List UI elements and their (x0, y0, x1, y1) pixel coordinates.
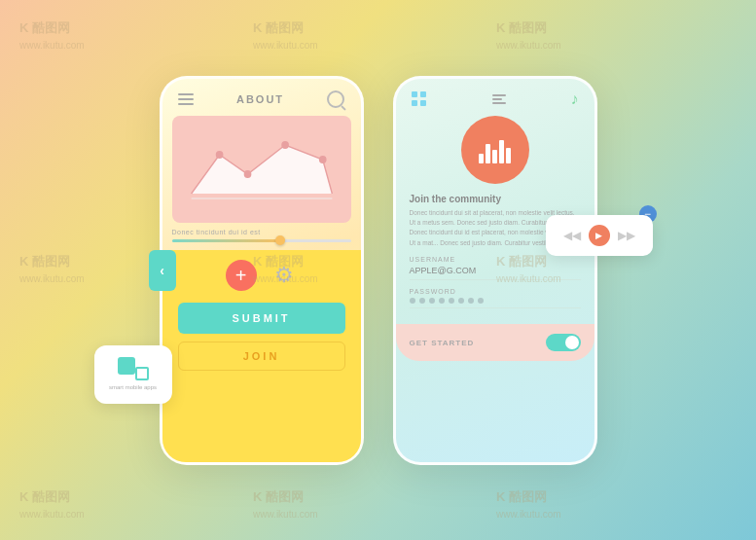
slider-track[interactable] (172, 239, 351, 242)
submit-button[interactable]: SUBMIT (178, 303, 345, 334)
next-icon[interactable]: ▶▶ (618, 229, 635, 242)
form-section: USERNAME APPLE@G.COM PASSWORD (396, 256, 594, 324)
password-label: PASSWORD (410, 288, 581, 295)
watermark-8: K 酷图网www.ikutu.com (253, 488, 318, 521)
watermark-4: K 酷图网www.ikutu.com (19, 253, 85, 285)
chevron-left-icon[interactable]: ‹ (149, 250, 176, 291)
right-phone-topbar: ♪ (396, 79, 594, 116)
phone-bottom: + ⚙ SUBMIT JOIN (162, 250, 361, 462)
chart-area (182, 126, 342, 203)
scene: ‹ ABOUT (160, 76, 597, 465)
watermark-9: K 酷图网www.ikutu.com (496, 488, 561, 521)
svg-point-4 (318, 156, 326, 163)
chart-card (172, 116, 351, 223)
watermark-3: K 酷图网www.ikutu.com (496, 19, 561, 52)
get-started-area: GET STARTED (396, 324, 594, 361)
hamburger-icon[interactable] (178, 93, 194, 105)
username-label: USERNAME (410, 256, 581, 263)
get-started-label: GET STARTED (410, 339, 475, 347)
slider-area: Donec tincidunt dui id est (162, 223, 361, 242)
icon-row: + ⚙ (226, 260, 298, 291)
chart-svg (182, 126, 342, 203)
play-button[interactable]: ▶ (589, 225, 610, 246)
logo-text: smart mobile apps (109, 384, 157, 392)
gear-icon[interactable]: ⚙ (270, 262, 298, 289)
plus-button[interactable]: + (226, 260, 257, 291)
join-button[interactable]: JOIN (178, 342, 345, 371)
svg-marker-0 (191, 145, 332, 194)
orange-circle (461, 116, 529, 184)
logo-teal-square (118, 357, 135, 375)
slider-fill (172, 239, 279, 242)
prev-icon[interactable]: ◀◀ (563, 229, 581, 242)
slider-label: Donec tincidunt dui id est (172, 229, 351, 235)
music-note-icon: ♪ (571, 90, 579, 108)
logo-white-square (135, 367, 149, 380)
watermark-2: K 酷图网www.ikutu.com (253, 19, 318, 52)
phone-left: ‹ ABOUT (160, 76, 364, 465)
phone-right: − ◀◀ ▶ ▶▶ ♪ (393, 76, 597, 465)
logo-card: smart mobile apps (94, 345, 172, 404)
music-controls: ◀◀ ▶ ▶▶ (558, 225, 641, 246)
svg-point-3 (281, 141, 289, 149)
svg-point-2 (243, 170, 251, 178)
search-icon[interactable] (327, 90, 344, 108)
watermark-1: K 酷图网www.ikutu.com (19, 19, 85, 52)
left-phone-topbar: ABOUT (162, 79, 361, 116)
logo-icon (118, 357, 149, 380)
toggle-circle (565, 336, 579, 349)
toggle-switch[interactable] (546, 334, 581, 351)
lines-icon[interactable] (492, 94, 506, 104)
watermark-7: K 酷图网www.ikutu.com (19, 488, 85, 521)
grid-icon[interactable] (412, 91, 427, 106)
community-title: Join the community (410, 194, 581, 204)
password-field[interactable] (410, 298, 581, 308)
music-player-card: ◀◀ ▶ ▶▶ (546, 215, 653, 256)
svg-point-1 (215, 151, 223, 159)
phone-title: ABOUT (236, 93, 284, 105)
slider-thumb[interactable] (275, 235, 285, 245)
bar-chart-icon (479, 136, 511, 163)
username-value[interactable]: APPLE@G.COM (410, 266, 581, 280)
